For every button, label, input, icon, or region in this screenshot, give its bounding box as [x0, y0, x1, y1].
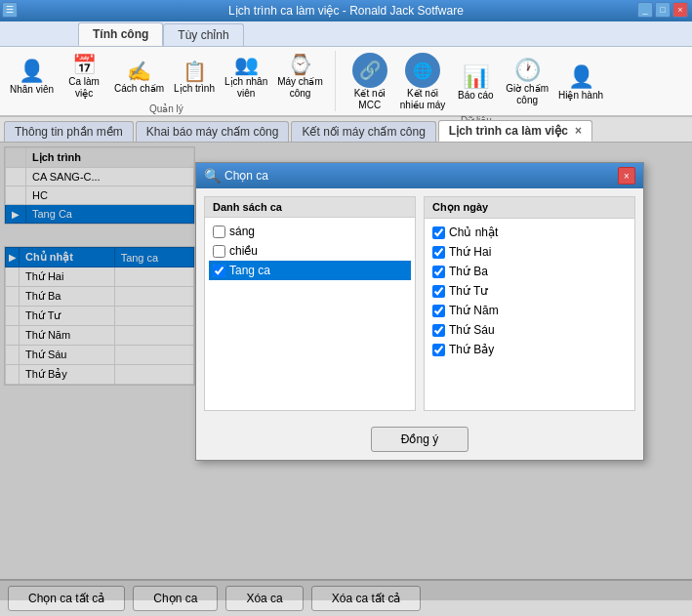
content-area: Lịch trình CA SANG-C... HC ▶ Tang Ca — [0, 143, 692, 600]
ngay-thu-nam-checkbox[interactable] — [432, 305, 445, 317]
may-cham-cong-button[interactable]: ⌚ Máy chấmcông — [273, 51, 327, 102]
tab-ket-noi-may-cham-cong[interactable]: Kết nối máy chấm công — [291, 121, 435, 142]
dialog-icon: 🔍 — [204, 168, 221, 184]
dialog-body: Danh sách ca sáng chiều Tang ca — [196, 188, 643, 419]
dialog-title-bar: 🔍 Chọn ca × — [196, 163, 643, 188]
ca-chieu-checkbox[interactable] — [213, 245, 225, 258]
lich-nhan-vien-button[interactable]: 👥 Lịch nhânviên — [221, 51, 271, 102]
gio-cham-cong-button[interactable]: 🕐 Giờ chấmcông — [502, 56, 552, 108]
ket-noi-nhieu-may-button[interactable]: 🌐 Kết nốinhiều máy — [396, 51, 450, 113]
ngay-thu-bay-checkbox[interactable] — [432, 344, 445, 356]
lich-trinh-button[interactable]: 📋 Lịch trình — [170, 58, 219, 96]
ngay-thu-hai[interactable]: Thứ Hai — [428, 242, 631, 262]
ca-lam-viec-button[interactable]: 📅 Ca làmviệc — [60, 51, 108, 102]
ngay-thu-ba-checkbox[interactable] — [432, 266, 445, 278]
menu-button[interactable]: ☰ — [2, 2, 18, 18]
ribbon-tabs: Tính công Tùy chỉnh — [0, 21, 692, 47]
ngay-thu-tu[interactable]: Thứ Tư — [428, 281, 631, 301]
ngay-thu-sau[interactable]: Thứ Sáu — [428, 320, 631, 340]
maximize-button[interactable]: □ — [655, 2, 671, 18]
nhan-vien-button[interactable]: 👤 Nhân viên — [6, 57, 58, 97]
window-title: Lịch trình ca làm việc - Ronald Jack Sot… — [228, 4, 464, 18]
ngay-thu-hai-checkbox[interactable] — [432, 246, 445, 259]
tab-lich-trinh-ca-lam-viec[interactable]: Lịch trình ca làm việc × — [438, 120, 592, 142]
ca-list-header: Danh sách ca — [205, 197, 415, 218]
quanly-group-label: Quản lý — [6, 103, 327, 114]
ca-list-body: sáng chiều Tang ca — [205, 218, 415, 284]
tab-khai-bao-may-cham-cong[interactable]: Khai báo máy chấm công — [136, 121, 290, 142]
ngay-thu-ba[interactable]: Thứ Ba — [428, 262, 631, 281]
dialog-ok-button[interactable]: Đồng ý — [371, 427, 468, 452]
ca-sang-checkbox[interactable] — [213, 226, 225, 238]
dialog-footer: Đồng ý — [196, 419, 643, 460]
ca-tang-ca-checkbox[interactable] — [213, 265, 225, 277]
doc-tabs: Thông tin phần mềm Khai báo máy chấm côn… — [0, 117, 692, 143]
dialog-title: Chọn ca — [224, 169, 268, 183]
ngay-body: Chủ nhật Thứ Hai Thứ Ba Thứ Tư — [425, 219, 634, 363]
tab-tuy-chinh[interactable]: Tùy chỉnh — [163, 23, 243, 46]
ribbon-content: 👤 Nhân viên 📅 Ca làmviệc ✍️ Cách chấm 📋 … — [0, 47, 692, 117]
ngay-header: Chọn ngày — [425, 197, 634, 219]
ca-item-chieu[interactable]: chiều — [209, 241, 411, 261]
ribbon-group-dulieu: 🔗 Kết nốiMCC 🌐 Kết nốinhiều máy 📊 Báo cá… — [340, 51, 607, 111]
minimize-button[interactable]: _ — [637, 2, 653, 18]
tab-tinh-cong[interactable]: Tính công — [78, 22, 163, 46]
hien-hanh-button[interactable]: 👤 Hiện hành — [554, 62, 607, 103]
page-wrapper: ☰ Lịch trình ca làm việc - Ronald Jack S… — [0, 0, 692, 616]
ngay-thu-tu-checkbox[interactable] — [432, 285, 445, 298]
bao-cao-button[interactable]: 📊 Báo cáo — [451, 62, 500, 103]
tab-thong-tin-phan-mem[interactable]: Thông tin phần mềm — [4, 121, 134, 142]
ngay-chu-nhat[interactable]: Chủ nhật — [428, 223, 631, 242]
close-button[interactable]: × — [672, 2, 688, 18]
ca-list-panel: Danh sách ca sáng chiều Tang ca — [204, 196, 416, 411]
title-bar: ☰ Lịch trình ca làm việc - Ronald Jack S… — [0, 0, 692, 21]
close-tab-icon[interactable]: × — [575, 124, 582, 138]
ngay-chu-nhat-checkbox[interactable] — [432, 226, 445, 239]
dialog-close-button[interactable]: × — [618, 167, 635, 185]
ca-item-tang-ca[interactable]: Tang ca — [209, 261, 411, 280]
cach-cham-button[interactable]: ✍️ Cách chấm — [110, 58, 168, 96]
ngay-thu-sau-checkbox[interactable] — [432, 324, 445, 337]
chon-ca-dialog: 🔍 Chọn ca × Danh sách ca sáng — [195, 162, 644, 461]
ngay-panel: Chọn ngày Chủ nhật Thứ Hai Thứ Ba — [424, 196, 635, 411]
ribbon-group-quanly: 👤 Nhân viên 📅 Ca làmviệc ✍️ Cách chấm 📋 … — [6, 51, 336, 111]
ca-item-sang[interactable]: sáng — [209, 222, 411, 241]
ngay-thu-bay[interactable]: Thứ Bảy — [428, 340, 631, 359]
ngay-thu-nam[interactable]: Thứ Năm — [428, 301, 631, 320]
ket-noi-mcc-button[interactable]: 🔗 Kết nốiMCC — [346, 51, 394, 113]
